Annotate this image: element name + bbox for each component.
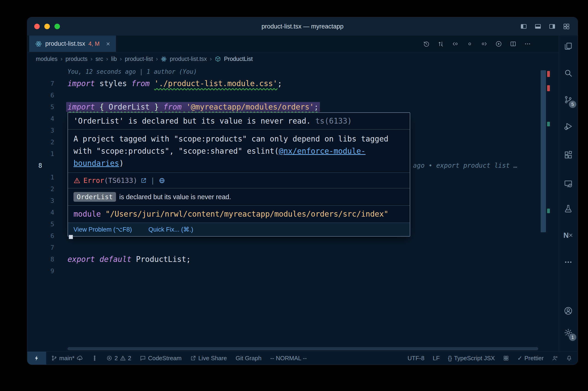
branch-icon — [51, 355, 57, 361]
line-number: 4 — [27, 113, 68, 124]
nx-console-icon[interactable]: N — [559, 226, 578, 244]
inline-git-blame: ago • export product list … — [413, 160, 517, 171]
timeline-history-icon[interactable] — [423, 40, 430, 47]
error-label: Error — [83, 177, 104, 185]
breadcrumb-file[interactable]: product-list.tsx — [170, 56, 207, 62]
overview-change-mark — [547, 122, 550, 126]
overview-change-mark — [547, 209, 550, 213]
line-number: 9 — [27, 265, 68, 277]
open-external-icon[interactable] — [140, 177, 147, 184]
source-control-badge: 5 — [569, 101, 576, 108]
run-file-icon[interactable] — [495, 40, 502, 47]
notifications-status-item[interactable] — [566, 355, 572, 361]
check-icon: ✓ — [517, 355, 522, 362]
additional-views-icon[interactable] — [559, 253, 578, 271]
more-actions-icon[interactable] — [524, 40, 531, 47]
search-icon[interactable] — [559, 64, 578, 82]
compare-changes-icon[interactable] — [437, 40, 444, 47]
line-number: 1 — [27, 148, 68, 160]
code-line-export-default[interactable]: export default ProductList; — [68, 253, 191, 265]
testing-beaker-icon[interactable] — [559, 199, 578, 218]
remote-indicator[interactable] — [27, 352, 46, 365]
language-mode-status-item[interactable]: {} TypeScript JSX — [448, 355, 495, 362]
line-number-gutter: 7 6 5 4 3 2 1 8 1 2 3 4 5 6 7 8 9 — [27, 66, 68, 277]
error-circle-icon — [106, 355, 112, 361]
code-chip: OrderList — [74, 192, 116, 202]
line-number: 5 — [27, 101, 68, 113]
comment-bubble-icon — [140, 355, 146, 361]
git-graph-status-item[interactable]: Git Graph — [236, 355, 262, 362]
hover-popup: 'OrderList' is declared but its value is… — [68, 112, 410, 237]
breadcrumb-item[interactable]: src — [95, 56, 103, 62]
quick-fix-button[interactable]: Quick Fix... (⌘.) — [148, 226, 193, 233]
globe-icon[interactable] — [159, 177, 165, 184]
vim-mode-status-item[interactable]: -- NORMAL -- — [270, 355, 307, 362]
run-debug-icon[interactable] — [559, 117, 578, 136]
prettier-status-item[interactable]: ✓ Prettier — [517, 355, 544, 362]
breadcrumb-item[interactable]: product-list — [125, 56, 153, 62]
line-number: 2 — [27, 136, 68, 148]
next-change-icon[interactable] — [481, 40, 488, 47]
customize-layout-icon[interactable] — [563, 23, 570, 30]
hover-resize-grip[interactable] — [69, 235, 73, 239]
activity-bar: 5 N 1 — [559, 36, 578, 352]
line-number: 3 — [27, 195, 68, 206]
accounts-icon[interactable] — [559, 302, 578, 320]
toggle-secondary-sidebar-icon[interactable] — [549, 23, 556, 30]
encoding-status-item[interactable]: UTF-8 — [408, 355, 424, 362]
breadcrumb-item[interactable]: lib — [111, 56, 117, 62]
minimap-slider[interactable] — [541, 70, 546, 232]
tab-product-list[interactable]: product-list.tsx 4, M × — [29, 36, 116, 52]
code-line-import-styles[interactable]: import styles from './product-list.modul… — [68, 78, 282, 89]
line-number: 2 — [27, 183, 68, 195]
react-icon — [161, 56, 167, 62]
toggle-blame-icon[interactable] — [466, 40, 473, 47]
breadcrumb-item[interactable]: products — [66, 56, 87, 62]
breadcrumb-symbol[interactable]: ProductList — [224, 56, 253, 62]
react-icon — [35, 40, 42, 47]
title-bar: product-list.tsx — myreactapp — [27, 17, 578, 36]
extension-grid-status-item[interactable] — [503, 355, 509, 361]
live-share-status-item[interactable]: Live Share — [190, 355, 227, 362]
previous-change-icon[interactable] — [452, 40, 459, 47]
breadcrumb: modules › products › src › lib › product… — [36, 52, 253, 66]
explorer-icon[interactable] — [559, 37, 578, 55]
commit-graph-status-item[interactable] — [92, 355, 98, 361]
share-icon — [190, 355, 196, 361]
close-tab-icon[interactable]: × — [106, 40, 110, 48]
feedback-status-item[interactable] — [552, 355, 558, 361]
view-problem-button[interactable]: View Problem (⌥F8) — [74, 226, 132, 233]
chevron-right-icon: › — [90, 55, 92, 63]
symbol-cube-icon — [215, 56, 221, 62]
horizontal-scrollbar[interactable] — [68, 347, 538, 350]
error-status-row: Error(TS6133) | — [68, 173, 410, 188]
toggle-panel-icon[interactable] — [534, 23, 541, 30]
breadcrumb-item[interactable]: modules — [36, 56, 58, 62]
status-bar: main* 2 2 CodeStream Live Share Git — [27, 352, 578, 365]
line-number — [27, 66, 68, 78]
eol-status-item[interactable]: LF — [433, 355, 440, 362]
code-editor[interactable]: 7 6 5 4 3 2 1 8 1 2 3 4 5 6 7 8 9 You, 1… — [27, 66, 559, 352]
extensions-icon[interactable] — [559, 146, 578, 164]
codestream-status-item[interactable]: CodeStream — [140, 355, 181, 362]
problems-status-item[interactable]: 2 2 — [106, 355, 131, 362]
tab-bar: product-list.tsx 4, M × — [27, 36, 559, 52]
tab-label: product-list.tsx — [45, 40, 85, 47]
split-editor-icon[interactable] — [510, 40, 516, 47]
line-number: 5 — [27, 218, 68, 230]
settings-gear-icon[interactable]: 1 — [559, 323, 578, 342]
overview-error-mark — [547, 85, 550, 91]
warning-triangle-icon — [120, 355, 126, 361]
diagnostic-message-eslint: A project tagged with "scope:products" c… — [68, 130, 410, 173]
branch-status-item[interactable]: main* — [51, 355, 83, 362]
error-code: (TS6133) — [104, 177, 137, 185]
source-control-icon[interactable]: 5 — [559, 91, 578, 109]
toggle-sidebar-icon[interactable] — [520, 23, 527, 30]
line-number: 3 — [27, 124, 68, 136]
line-number: 1 — [27, 171, 68, 183]
remote-explorer-icon[interactable] — [559, 175, 578, 193]
code-line-import-orderlist[interactable]: import { OrderList } from '@myreactapp/m… — [68, 101, 319, 113]
diagnostic-source: ts(6133) — [315, 116, 352, 125]
line-number: 7 — [27, 242, 68, 253]
cloud-upload-icon — [77, 355, 83, 361]
